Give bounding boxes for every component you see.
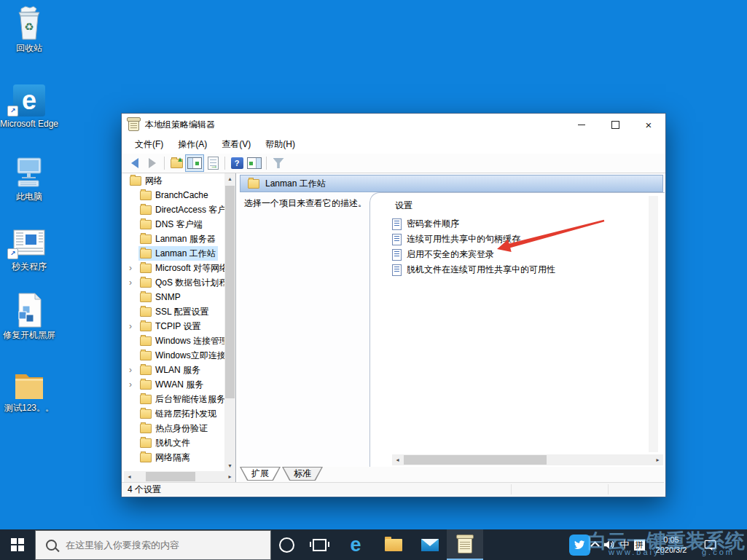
desktop-icon-this-pc[interactable]: 此电脑: [0, 154, 60, 202]
chevron-right-icon[interactable]: ›: [129, 365, 138, 375]
tree-item[interactable]: › Lanman 工作站: [124, 246, 224, 261]
tree-item[interactable]: › SSL 配置设置: [124, 304, 224, 319]
setting-item[interactable]: 启用不安全的来宾登录: [392, 247, 650, 262]
setting-item[interactable]: 脱机文件在连续可用性共享中的可用性: [392, 262, 650, 277]
tray-clock[interactable]: 0:05 2020/3/2: [651, 535, 692, 555]
scroll-up-icon[interactable]: ▴: [224, 173, 235, 184]
tree-item[interactable]: › DNS 客户端: [124, 217, 224, 232]
tree-item[interactable]: › Microsoft 对等网络: [124, 261, 224, 275]
window-titlebar[interactable]: 本地组策略编辑器 ×: [122, 114, 665, 135]
file-explorer-icon: [385, 539, 402, 551]
tree-item[interactable]: › SNMP: [124, 290, 224, 304]
menu-help[interactable]: 帮助(H): [258, 136, 302, 153]
ime-language-indicator[interactable]: 中: [617, 529, 633, 560]
cortana-icon: [279, 537, 294, 553]
tree-item[interactable]: › 链路层拓扑发现: [124, 406, 224, 421]
settings-column-header[interactable]: 设置: [395, 200, 412, 212]
cortana-button[interactable]: [273, 529, 300, 560]
taskbar-search[interactable]: [35, 530, 271, 560]
help-button[interactable]: ?: [228, 155, 246, 171]
ime-mode-indicator[interactable]: 拼: [631, 529, 647, 560]
tree-horizontal-scrollbar[interactable]: ◂ ▸: [124, 471, 235, 482]
tree-item[interactable]: › 脱机文件: [124, 435, 224, 450]
export-list-icon: →: [208, 157, 219, 170]
folder-icon: [140, 220, 152, 229]
scrollbar-thumb[interactable]: [146, 472, 195, 481]
tree-item[interactable]: › BranchCache: [124, 188, 224, 202]
scroll-left-icon[interactable]: ◂: [124, 471, 135, 482]
tree-item[interactable]: › WWAN 服务: [124, 377, 224, 392]
recycle-bin-icon: ♻: [0, 6, 60, 41]
menu-action[interactable]: 操作(A): [171, 136, 214, 153]
filter-button[interactable]: [270, 155, 287, 171]
scrollbar-thumb[interactable]: [225, 186, 235, 398]
start-button[interactable]: [0, 529, 35, 560]
desktop-icon-test-folder[interactable]: 测试123。。: [0, 366, 60, 413]
tree-item[interactable]: › 后台智能传送服务: [124, 392, 224, 406]
tray-expand-button[interactable]: [589, 529, 601, 560]
task-view-button[interactable]: [305, 529, 334, 560]
forward-button[interactable]: [144, 155, 161, 171]
tree-item-label: SNMP: [155, 292, 181, 302]
tab-standard[interactable]: 标准: [282, 467, 323, 481]
search-input[interactable]: [64, 539, 249, 551]
tree-item-label: DirectAccess 客户端: [155, 204, 224, 216]
setting-item[interactable]: 密码套件顺序: [392, 216, 650, 232]
menu-view[interactable]: 查看(V): [214, 136, 258, 153]
tree-item[interactable]: › QoS 数据包计划程序: [124, 275, 224, 290]
action-center-button[interactable]: [697, 529, 723, 560]
scroll-left-icon[interactable]: ◂: [392, 454, 403, 465]
tree-item[interactable]: › 热点身份验证: [124, 421, 224, 435]
folder-icon: [140, 453, 152, 462]
chevron-right-icon[interactable]: ›: [129, 321, 138, 331]
volume-button[interactable]: [601, 529, 618, 560]
setting-item-label: 脱机文件在连续可用性共享中的可用性: [407, 264, 555, 276]
minimize-button[interactable]: [565, 114, 598, 135]
maximize-button[interactable]: [598, 114, 632, 135]
desktop-icon-app-window[interactable]: ↗ 秒关程序: [0, 224, 60, 272]
chevron-right-icon[interactable]: ›: [129, 263, 138, 273]
setting-item-label: 启用不安全的来宾登录: [407, 248, 494, 261]
file-explorer-button[interactable]: [378, 529, 410, 560]
back-button[interactable]: [126, 155, 144, 171]
setting-item[interactable]: 连续可用性共享中的句柄缓存: [392, 232, 650, 247]
desktop-icon-registry-file[interactable]: 修复开机黑屏: [0, 293, 60, 340]
desktop-icon-microsoft-edge[interactable]: e ↗ Microsoft Edge: [0, 82, 60, 129]
show-console-tree-button[interactable]: [185, 154, 204, 172]
tree-item[interactable]: › Windows 连接管理器: [124, 334, 224, 348]
tree-item[interactable]: › TCPIP 设置: [124, 319, 224, 334]
folder-icon: [140, 293, 152, 302]
scrollbar-thumb[interactable]: [404, 455, 547, 465]
tree-item[interactable]: › WLAN 服务: [124, 363, 224, 377]
scroll-right-icon[interactable]: ▸: [224, 471, 235, 482]
chevron-right-icon[interactable]: ›: [129, 379, 138, 390]
scroll-right-icon[interactable]: ▸: [652, 454, 663, 465]
export-list-button[interactable]: →: [204, 155, 222, 171]
folder-icon: [140, 438, 152, 448]
menu-bar: 文件(F) 操作(A) 查看(V) 帮助(H): [122, 135, 665, 154]
settings-horizontal-scrollbar[interactable]: ◂ ▸: [392, 454, 663, 465]
tree-item[interactable]: › 网络隔离: [124, 450, 224, 465]
windows-logo-icon: [11, 538, 24, 551]
close-button[interactable]: ×: [632, 114, 665, 135]
tree-item-label: Lanman 服务器: [155, 233, 216, 245]
toolbar: ▲ → ?: [122, 154, 665, 173]
tree-item[interactable]: › Lanman 服务器: [124, 232, 224, 246]
console-tree-icon: [187, 157, 202, 169]
tree-vertical-scrollbar[interactable]: ▴ ▾: [224, 173, 235, 471]
up-one-level-button[interactable]: ▲: [168, 155, 185, 171]
mail-button[interactable]: [414, 529, 446, 560]
show-action-pane-button[interactable]: [246, 155, 263, 171]
desktop-icon-recycle-bin[interactable]: ♻ 回收站: [0, 6, 60, 53]
tab-extended[interactable]: 扩展: [240, 467, 281, 481]
gpedit-taskbar-button[interactable]: [447, 529, 483, 560]
folder-icon: [140, 380, 152, 390]
chevron-right-icon[interactable]: ›: [129, 277, 138, 288]
tree-item-root[interactable]: 网络: [124, 173, 224, 188]
taskbar-edge-button[interactable]: e: [340, 529, 372, 560]
menu-file[interactable]: 文件(F): [128, 136, 171, 153]
tray-twitter-app[interactable]: [568, 529, 591, 560]
scroll-down-icon[interactable]: ▾: [224, 460, 235, 471]
tree-item[interactable]: › DirectAccess 客户端: [124, 202, 224, 217]
tree-item[interactable]: › Windows立即连接: [124, 348, 224, 363]
